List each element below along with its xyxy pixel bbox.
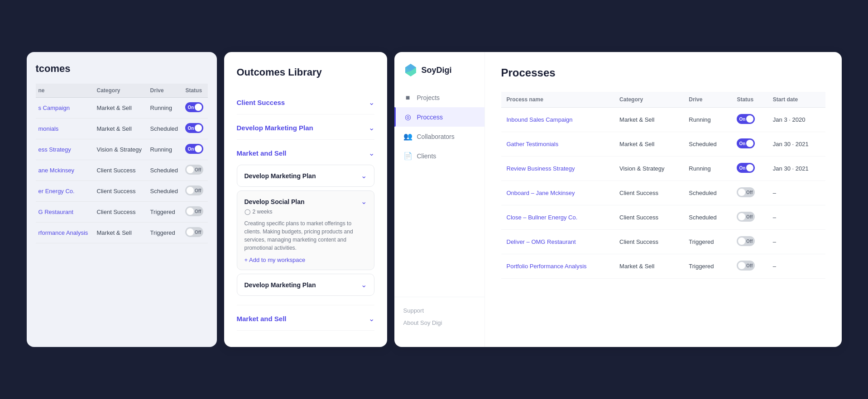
toggle-switch[interactable]: On bbox=[185, 123, 203, 133]
process-status[interactable]: On bbox=[731, 132, 767, 157]
library-section-market-sell-bottom: Market and Sell ⌄ bbox=[237, 307, 374, 331]
proc-col-drive: Drive bbox=[683, 92, 731, 108]
outcome-status[interactable]: On bbox=[182, 98, 207, 119]
toggle-dot bbox=[187, 228, 194, 236]
proc-col-category: Category bbox=[614, 92, 683, 108]
toggle-label: Off bbox=[195, 209, 201, 214]
library-panel: Outcomes Library Client Success ⌄ Develo… bbox=[224, 52, 387, 347]
process-status[interactable]: On bbox=[731, 157, 767, 181]
process-name[interactable]: Close – Bullner Energy Co. bbox=[501, 205, 614, 230]
toggle-switch[interactable]: On bbox=[185, 102, 203, 112]
outcome-status[interactable]: On bbox=[182, 119, 207, 139]
outcome-name[interactable]: er Energy Co. bbox=[36, 181, 94, 202]
process-name[interactable]: Onboard – Jane Mckinsey bbox=[501, 181, 614, 205]
table-row: G RestaurantClient SuccessTriggeredOff bbox=[36, 202, 208, 223]
toggle-switch[interactable]: Off bbox=[185, 206, 203, 216]
outcome-name[interactable]: ess Strategy bbox=[36, 139, 94, 160]
sidebar-link-support[interactable]: Support bbox=[403, 304, 475, 317]
table-row: Deliver – OMG RestaurantClient SuccessTr… bbox=[501, 230, 825, 254]
table-row: monialsMarket & SellScheduledOn bbox=[36, 119, 208, 139]
clock-icon: ◯ bbox=[245, 209, 250, 215]
table-row: s CampaignMarket & SellRunningOn bbox=[36, 98, 208, 119]
process-category: Market & Sell bbox=[614, 132, 683, 157]
file-icon: 📄 bbox=[403, 152, 412, 160]
process-name[interactable]: Portfolio Performance Analysis bbox=[501, 254, 614, 279]
toggle-switch[interactable]: Off bbox=[737, 236, 755, 246]
outcome-drive: Running bbox=[148, 98, 183, 119]
outcome-category: Vision & Strategy bbox=[94, 139, 148, 160]
section-header-market-sell[interactable]: Market and Sell ⌄ bbox=[237, 142, 374, 165]
toggle-dot bbox=[187, 187, 194, 194]
toggle-switch[interactable]: Off bbox=[185, 227, 203, 237]
toggle-switch[interactable]: Off bbox=[737, 261, 755, 271]
outcome-drive: Running bbox=[148, 139, 183, 160]
chevron-up-icon: ⌄ bbox=[361, 197, 367, 206]
outcome-category: Market & Sell bbox=[94, 119, 148, 139]
table-row: ess StrategyVision & StrategyRunningOn bbox=[36, 139, 208, 160]
list-item-develop-marketing-2[interactable]: Develop Marketing Plan ⌄ bbox=[237, 274, 374, 296]
outcome-name[interactable]: s Campaign bbox=[36, 98, 94, 119]
toggle-dot bbox=[195, 124, 202, 132]
section-header-client-success[interactable]: Client Success ⌄ bbox=[237, 91, 374, 114]
item-description: Creating specific plans to market offeri… bbox=[245, 219, 367, 252]
section-header-develop-marketing-top[interactable]: Develop Marketing Plan ⌄ bbox=[237, 116, 374, 139]
toggle-switch[interactable]: Off bbox=[737, 187, 755, 197]
outcome-status[interactable]: On bbox=[182, 139, 207, 160]
toggle-switch[interactable]: On bbox=[737, 114, 755, 124]
process-name[interactable]: Deliver – OMG Restaurant bbox=[501, 230, 614, 254]
duration-text: 2 weeks bbox=[253, 209, 273, 215]
toggle-switch[interactable]: On bbox=[737, 163, 755, 173]
col-header-name: ne bbox=[36, 84, 94, 98]
process-status[interactable]: Off bbox=[731, 254, 767, 279]
outcome-category: Market & Sell bbox=[94, 98, 148, 119]
outcome-name[interactable]: G Restaurant bbox=[36, 202, 94, 223]
outcome-status[interactable]: Off bbox=[182, 202, 207, 223]
outcome-status[interactable]: Off bbox=[182, 160, 207, 181]
sidebar-item-projects[interactable]: ■ Projects bbox=[394, 88, 484, 107]
section-title-market-sell: Market and Sell bbox=[237, 149, 287, 157]
list-item-develop-marketing-1[interactable]: Develop Marketing Plan ⌄ bbox=[237, 165, 374, 187]
outcome-status[interactable]: Off bbox=[182, 223, 207, 243]
toggle-switch[interactable]: Off bbox=[185, 165, 203, 175]
process-name[interactable]: Gather Testimonials bbox=[501, 132, 614, 157]
table-row: Close – Bullner Energy Co.Client Success… bbox=[501, 205, 825, 230]
toggle-label: Off bbox=[195, 188, 201, 193]
sidebar-link-about[interactable]: About Soy Digi bbox=[403, 317, 475, 329]
table-row: Review Business StrategyVision & Strateg… bbox=[501, 157, 825, 181]
process-name[interactable]: Review Business Strategy bbox=[501, 157, 614, 181]
outcome-name[interactable]: monials bbox=[36, 119, 94, 139]
toggle-switch[interactable]: Off bbox=[185, 185, 203, 195]
outcome-name[interactable]: rformance Analysis bbox=[36, 223, 94, 243]
process-status[interactable]: Off bbox=[731, 181, 767, 205]
toggle-label: Off bbox=[746, 239, 753, 244]
chevron-up-icon: ⌄ bbox=[369, 149, 374, 157]
process-status[interactable]: On bbox=[731, 108, 767, 132]
sidebar-label-projects: Projects bbox=[417, 94, 440, 101]
people-icon: 👥 bbox=[403, 132, 412, 141]
list-item-develop-social-plan[interactable]: Develop Social Plan ⌄ ◯ 2 weeks Creating… bbox=[237, 190, 374, 270]
sidebar-nav: ■ Projects ◎ Proccess 👥 Collaborators bbox=[394, 88, 484, 297]
toggle-switch[interactable]: On bbox=[737, 138, 755, 148]
toggle-dot bbox=[195, 145, 202, 152]
logo-text: SoyDigi bbox=[422, 66, 452, 75]
outcome-status[interactable]: Off bbox=[182, 181, 207, 202]
process-name[interactable]: Inbound Sales Campaign bbox=[501, 108, 614, 132]
sidebar-item-collaborators[interactable]: 👥 Collaborators bbox=[394, 127, 484, 146]
outcome-category: Client Success bbox=[94, 181, 148, 202]
section-header-market-sell-bottom[interactable]: Market and Sell ⌄ bbox=[237, 307, 374, 330]
sidebar-item-clients[interactable]: 📄 Clients bbox=[394, 146, 484, 166]
table-row: er Energy Co.Client SuccessScheduledOff bbox=[36, 181, 208, 202]
toggle-label: Off bbox=[195, 167, 201, 172]
logo-icon bbox=[403, 63, 418, 77]
add-to-workspace-button[interactable]: + Add to my workspace bbox=[245, 256, 306, 263]
outcome-name[interactable]: ane Mckinsey bbox=[36, 160, 94, 181]
sidebar-item-process[interactable]: ◎ Proccess bbox=[394, 107, 484, 127]
toggle-dot bbox=[195, 104, 202, 111]
process-status[interactable]: Off bbox=[731, 230, 767, 254]
toggle-label: Off bbox=[746, 214, 753, 219]
process-status[interactable]: Off bbox=[731, 205, 767, 230]
process-drive: Running bbox=[683, 108, 731, 132]
toggle-switch[interactable]: Off bbox=[737, 212, 755, 222]
outcome-drive: Scheduled bbox=[148, 160, 183, 181]
toggle-switch[interactable]: On bbox=[185, 144, 203, 154]
